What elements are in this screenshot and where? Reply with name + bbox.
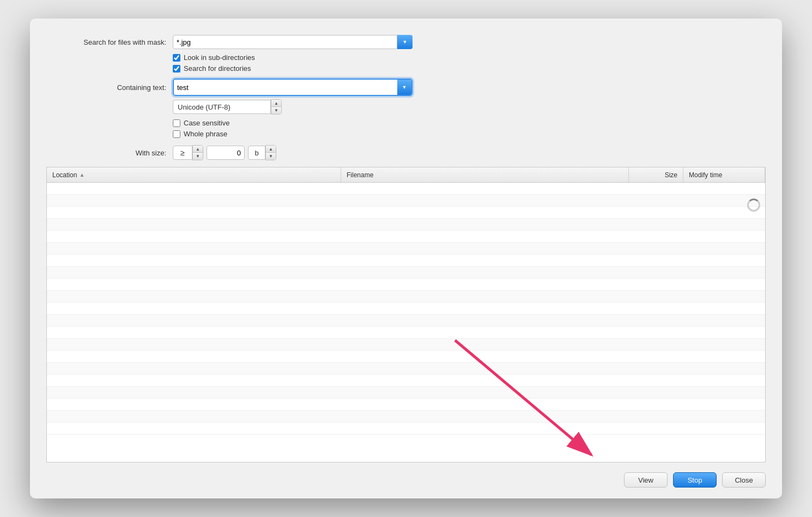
- containing-text-label: Containing text:: [46, 83, 166, 92]
- loading-spinner: [747, 199, 760, 212]
- table-row: [47, 291, 765, 303]
- containing-text-dropdown-button[interactable]: ▼: [397, 80, 411, 95]
- table-row: [47, 399, 765, 411]
- find-files-dialog: Search for files with mask: Look in sub-…: [30, 19, 782, 498]
- table-row: [47, 195, 765, 207]
- size-label: With size:: [46, 149, 166, 157]
- table-row: [47, 303, 765, 315]
- size-operator-stepper[interactable]: ▲ ▼: [192, 145, 203, 160]
- table-row: [47, 375, 765, 387]
- size-unit-stepper[interactable]: ▲ ▼: [265, 145, 276, 160]
- size-row: With size: ≥ ▲ ▼ b ▲ ▼: [46, 145, 766, 160]
- size-operator-group: ≥ ▲ ▼: [173, 145, 203, 160]
- containing-text-row: Containing text: ▼: [46, 79, 766, 96]
- table-row: [47, 243, 765, 255]
- sort-arrow-icon: ▲: [79, 172, 84, 178]
- table-row: [47, 387, 765, 399]
- size-op-stepper-up[interactable]: ▲: [193, 146, 203, 153]
- options-section: Unicode (UTF-8) ▲ ▼ Case sensitive Whole…: [173, 99, 766, 141]
- col-modify[interactable]: Modify time: [683, 167, 765, 182]
- search-for-dirs-checkbox[interactable]: [173, 65, 180, 73]
- results-table: Location ▲ Filename Size Modify time: [46, 167, 766, 462]
- containing-text-input-group: ▼: [173, 79, 413, 96]
- look-in-subdirs-row: Look in sub-directories: [173, 53, 766, 62]
- mask-label: Search for files with mask:: [46, 38, 166, 46]
- button-row: View Stop Close: [46, 470, 766, 488]
- whole-phrase-label: Whole phrase: [184, 130, 227, 138]
- case-sensitive-checkbox[interactable]: [173, 119, 180, 127]
- search-for-dirs-label: Search for directories: [184, 64, 251, 73]
- mask-row: Search for files with mask:: [46, 35, 766, 49]
- mask-input[interactable]: [173, 35, 397, 49]
- table-row: [47, 267, 765, 279]
- table-body: [47, 183, 765, 435]
- search-for-dirs-row: Search for directories: [173, 64, 766, 73]
- size-unit-stepper-up[interactable]: ▲: [266, 146, 276, 153]
- col-filename[interactable]: Filename: [341, 167, 629, 182]
- mask-dropdown-button[interactable]: [397, 35, 413, 49]
- look-in-subdirs-checkbox[interactable]: [173, 54, 180, 62]
- mask-input-group: [173, 35, 413, 49]
- table-row: [47, 339, 765, 351]
- table-row: [47, 411, 765, 423]
- table-row: [47, 279, 765, 291]
- checkboxes-section: Look in sub-directories Search for direc…: [173, 53, 766, 75]
- case-sensitive-row: Case sensitive: [173, 119, 766, 127]
- stop-button[interactable]: Stop: [673, 472, 717, 488]
- table-row: [47, 315, 765, 327]
- table-row: [47, 219, 765, 231]
- table-row: [47, 363, 765, 375]
- size-operator-display: ≥: [173, 146, 192, 160]
- whole-phrase-row: Whole phrase: [173, 130, 766, 138]
- encoding-stepper[interactable]: ▲ ▼: [271, 99, 282, 115]
- table-header: Location ▲ Filename Size Modify time: [47, 167, 765, 183]
- table-row: [47, 351, 765, 363]
- encoding-label: Unicode (UTF-8): [178, 103, 231, 111]
- close-button[interactable]: Close: [722, 472, 766, 488]
- size-number-input[interactable]: [207, 146, 245, 160]
- view-button[interactable]: View: [624, 472, 668, 488]
- case-sensitive-label: Case sensitive: [184, 119, 230, 127]
- table-row: [47, 183, 765, 195]
- col-location[interactable]: Location ▲: [47, 167, 341, 182]
- size-unit-display: b: [248, 146, 265, 160]
- containing-text-input[interactable]: [174, 80, 397, 95]
- encoding-stepper-up[interactable]: ▲: [271, 100, 281, 107]
- table-row: [47, 327, 765, 339]
- size-op-stepper-down[interactable]: ▼: [193, 153, 203, 160]
- size-unit-group: b ▲ ▼: [248, 145, 276, 160]
- encoding-row: Unicode (UTF-8) ▲ ▼: [173, 99, 766, 115]
- col-size[interactable]: Size: [629, 167, 683, 182]
- encoding-stepper-down[interactable]: ▼: [271, 107, 281, 114]
- table-row: [47, 207, 765, 219]
- encoding-display: Unicode (UTF-8): [173, 100, 271, 114]
- table-row: [47, 231, 765, 243]
- size-unit-stepper-down[interactable]: ▼: [266, 153, 276, 160]
- whole-phrase-checkbox[interactable]: [173, 130, 180, 138]
- look-in-subdirs-label: Look in sub-directories: [184, 53, 255, 62]
- table-row: [47, 423, 765, 435]
- table-row: [47, 255, 765, 267]
